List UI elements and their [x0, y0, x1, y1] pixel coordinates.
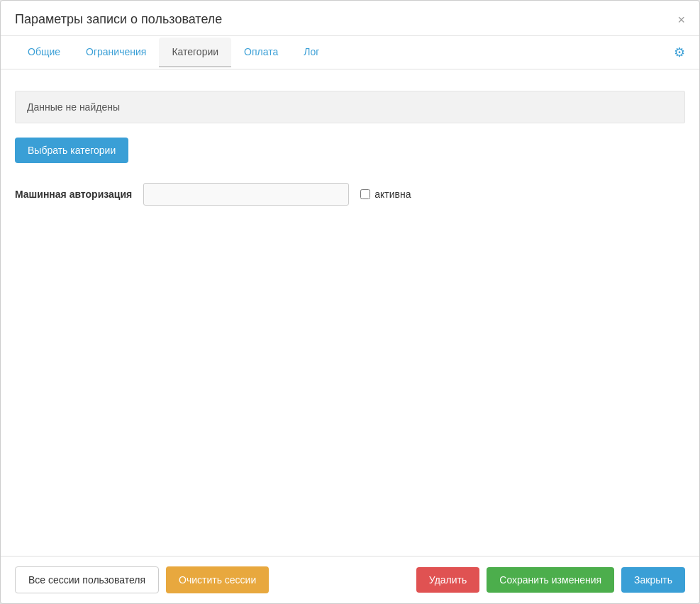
clear-sessions-button[interactable]: Очистить сессии — [166, 566, 269, 593]
all-sessions-button[interactable]: Все сессии пользователя — [15, 566, 159, 593]
modal-title: Параметры записи о пользователе — [15, 12, 222, 27]
settings-icon[interactable]: ⚙ — [674, 36, 685, 69]
save-button[interactable]: Сохранить изменения — [487, 567, 614, 593]
footer-right: Удалить Сохранить изменения Закрыть — [416, 567, 685, 593]
close-icon-button[interactable]: × — [677, 13, 685, 26]
tab-general[interactable]: Общие — [15, 38, 73, 67]
modal-header: Параметры записи о пользователе × — [1, 1, 699, 36]
modal-body: Данные не найдены Выбрать категории Маши… — [1, 69, 699, 556]
active-checkbox-wrapper: активна — [360, 189, 411, 200]
tab-restrictions[interactable]: Ограничения — [73, 38, 159, 67]
no-data-message: Данные не найдены — [15, 91, 685, 123]
tabs-bar: Общие Ограничения Категории Оплата Лог ⚙ — [1, 36, 699, 69]
no-data-text: Данные не найдены — [27, 101, 120, 113]
delete-button[interactable]: Удалить — [416, 567, 479, 593]
close-button[interactable]: Закрыть — [621, 567, 685, 593]
machine-auth-label: Машинная авторизация — [15, 189, 132, 200]
modal-footer: Все сессии пользователя Очистить сессии … — [1, 556, 699, 603]
tab-log[interactable]: Лог — [291, 38, 332, 67]
active-checkbox[interactable] — [360, 189, 370, 199]
machine-auth-row: Машинная авторизация активна — [15, 183, 685, 206]
machine-auth-input[interactable] — [143, 183, 349, 206]
tab-payment[interactable]: Оплата — [231, 38, 291, 67]
modal-dialog: Параметры записи о пользователе × Общие … — [0, 0, 700, 604]
active-label: активна — [374, 189, 411, 200]
footer-left: Все сессии пользователя Очистить сессии — [15, 566, 269, 593]
select-categories-button[interactable]: Выбрать категории — [15, 138, 128, 163]
tab-categories[interactable]: Категории — [159, 38, 231, 67]
